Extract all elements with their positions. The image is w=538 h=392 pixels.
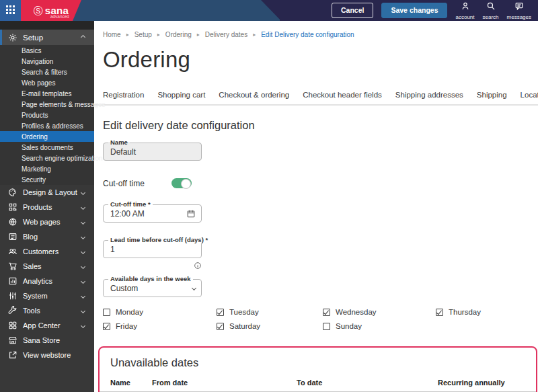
sidebar-item-marketing[interactable]: Marketing	[0, 163, 94, 174]
checkbox-box[interactable]	[323, 309, 330, 316]
bar-chart-icon	[8, 276, 17, 286]
sidebar-item-analytics[interactable]: Analytics	[0, 274, 94, 288]
cutoff-time-label: Cut-off time *	[108, 200, 153, 208]
messages-button[interactable]: messages	[507, 1, 531, 20]
tab-checkout-header-fields[interactable]: Checkout header fields	[296, 87, 389, 104]
breadcrumb-setup[interactable]: Setup	[134, 31, 152, 38]
sidebar-item-products[interactable]: Products	[0, 110, 94, 120]
sidebar-item-sana-store[interactable]: Sana Store	[0, 333, 94, 348]
checkbox-box[interactable]	[217, 309, 224, 316]
breadcrumb-delivery-dates[interactable]: Delivery dates	[205, 31, 247, 38]
sidebar-item-basics[interactable]: Basics	[0, 45, 94, 56]
column-header-from-date: From date	[152, 379, 290, 387]
chevron-down-icon	[81, 234, 85, 239]
tab-shopping-cart[interactable]: Shopping cart	[151, 87, 212, 104]
sidebar-label: Tools	[23, 307, 40, 315]
checkbox-box[interactable]	[103, 323, 110, 330]
sidebar-item-web-pages-group[interactable]: Web pages	[0, 214, 94, 229]
sidebar-label: App Center	[23, 321, 61, 329]
account-label: account	[455, 14, 474, 20]
available-days-value: Custom	[104, 284, 192, 293]
sidebar-item-profiles-addresses[interactable]: Profiles & addresses	[0, 120, 94, 131]
sidebar-setup-label: Setup	[23, 34, 43, 42]
checkbox-box[interactable]	[103, 309, 110, 316]
checkbox-monday[interactable]: Monday	[103, 308, 217, 316]
column-header-to-date: To date	[297, 379, 431, 387]
sidebar-item-setup[interactable]: Setup	[0, 30, 94, 45]
sidebar-item-security[interactable]: Security	[0, 174, 94, 185]
sidebar-item-sales[interactable]: Sales	[0, 259, 94, 274]
sidebar-item-design-layout[interactable]: Design & Layout	[0, 185, 94, 200]
checkbox-thursday[interactable]: Thursday	[436, 308, 534, 316]
sidebar-label: View webstore	[23, 351, 71, 359]
sidebar-item-navigation[interactable]: Navigation	[0, 56, 94, 67]
globe-icon	[8, 217, 17, 227]
sidebar-label: System	[23, 292, 48, 300]
app-window: Ⓢ sana advanced Cancel Save changes acco…	[0, 0, 538, 392]
sidebar-item-customers[interactable]: Customers	[0, 244, 94, 259]
apps-grid-button[interactable]	[0, 0, 21, 21]
breadcrumb-current: Edit Delivery date configuration	[261, 31, 354, 38]
sana-logo-subtext: advanced	[50, 14, 69, 19]
sidebar-item-email-templates[interactable]: E-mail templates	[0, 88, 94, 99]
checkbox-box[interactable]	[323, 323, 330, 330]
available-days-label: Available days in the week	[108, 275, 193, 282]
sidebar-top-strip	[0, 21, 94, 30]
breadcrumb-separator: ▸	[126, 32, 129, 38]
available-days-select[interactable]: Available days in the week Custom	[103, 279, 202, 297]
chevron-down-icon	[81, 204, 85, 209]
tab-shipping-addresses[interactable]: Shipping addresses	[389, 87, 470, 104]
search-button[interactable]: search	[483, 1, 499, 20]
sidebar-item-system[interactable]: System	[0, 288, 94, 303]
sidebar-item-sales-documents[interactable]: Sales documents	[0, 142, 94, 153]
unavailable-dates-heading: Unavailable dates	[100, 348, 536, 379]
cutoff-time-toggle[interactable]	[171, 178, 192, 188]
account-button[interactable]: account	[455, 1, 474, 20]
sidebar-item-blog[interactable]: Blog	[0, 229, 94, 244]
tab-locations[interactable]: Locations	[514, 87, 538, 104]
sidebar-item-page-elements[interactable]: Page elements & messages	[0, 99, 94, 110]
top-bar: Ⓢ sana advanced Cancel Save changes acco…	[0, 0, 538, 21]
chevron-down-icon	[192, 286, 196, 290]
tab-checkout-ordering[interactable]: Checkout & ordering	[212, 87, 296, 104]
breadcrumb-separator: ▸	[157, 32, 160, 38]
save-changes-button[interactable]: Save changes	[381, 3, 447, 18]
chevron-down-icon	[81, 278, 85, 283]
cutoff-time-field[interactable]: Cut-off time * 12:00 AM	[103, 204, 202, 223]
sidebar-item-app-center[interactable]: App Center	[0, 318, 94, 333]
sidebar-item-ordering[interactable]: Ordering	[0, 131, 94, 142]
chevron-down-icon	[81, 249, 85, 253]
account-icon	[461, 1, 470, 13]
checkbox-sunday[interactable]: Sunday	[323, 322, 436, 330]
checkbox-wednesday[interactable]: Wednesday	[323, 308, 436, 316]
name-field-value: Default	[104, 147, 201, 157]
sidebar-item-web-pages[interactable]: Web pages	[0, 77, 94, 88]
checkbox-box[interactable]	[436, 309, 443, 316]
cancel-button[interactable]: Cancel	[332, 3, 373, 18]
sidebar-item-search-filters[interactable]: Search & filters	[0, 67, 94, 77]
sidebar-label: Customers	[23, 247, 59, 256]
checkbox-friday[interactable]: Friday	[103, 322, 217, 330]
sidebar-label: Sana Store	[23, 336, 60, 344]
sidebar-item-products-group[interactable]: Products	[0, 200, 94, 214]
breadcrumb-home[interactable]: Home	[103, 31, 121, 38]
checkbox-tuesday[interactable]: Tuesday	[217, 308, 323, 316]
sidebar-item-view-webstore[interactable]: View webstore	[0, 348, 94, 362]
lead-time-field[interactable]: Lead time before cut-off (days) * 1	[103, 240, 202, 258]
chevron-down-icon	[81, 219, 85, 224]
sidebar-label: Blog	[23, 233, 38, 241]
checkbox-box[interactable]	[217, 323, 224, 330]
sidebar-item-tools[interactable]: Tools	[0, 303, 94, 318]
sidebar-item-seo[interactable]: Search engine optimization	[0, 153, 94, 163]
palette-icon	[8, 188, 17, 197]
page-title: Ordering	[94, 38, 538, 73]
info-icon[interactable]	[194, 260, 202, 272]
checkbox-saturday[interactable]: Saturday	[217, 322, 323, 330]
gear-icon	[8, 33, 17, 42]
sana-logo[interactable]: Ⓢ sana advanced	[21, 0, 81, 21]
calendar-icon[interactable]	[186, 209, 196, 219]
messages-label: messages	[507, 14, 531, 20]
tab-shipping[interactable]: Shipping	[470, 87, 514, 104]
sidebar: Setup Basics Navigation Search & filters…	[0, 21, 94, 392]
breadcrumb-ordering[interactable]: Ordering	[165, 31, 192, 38]
